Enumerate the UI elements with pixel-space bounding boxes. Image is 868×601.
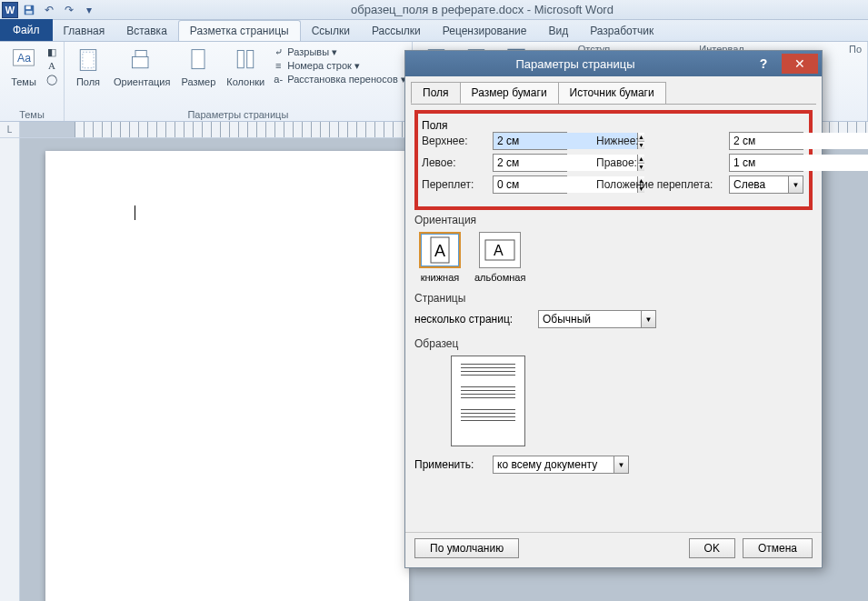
top-margin-input[interactable]: ▲▼ [493, 132, 567, 150]
margins-icon [74, 45, 103, 75]
right-margin-label: Правое: [596, 156, 723, 169]
ok-button[interactable]: OK [689, 538, 735, 558]
dialog-tabs: Поля Размер бумаги Источник бумаги [405, 76, 822, 104]
svg-rect-1 [26, 5, 31, 9]
svg-text:A: A [434, 242, 445, 260]
chevron-down-icon[interactable]: ▼ [614, 456, 628, 473]
cancel-button[interactable]: Отмена [743, 538, 813, 558]
margins-highlight-box: Поля Верхнее: ▲▼ Нижнее: ▲▼ Левое: ▲▼ Пр… [414, 110, 813, 210]
gutter-pos-combo[interactable]: Слева▼ [729, 175, 803, 194]
line-numbers-icon: ≡ [272, 59, 284, 72]
tab-review[interactable]: Рецензирование [432, 21, 538, 41]
default-button[interactable]: По умолчанию [414, 538, 519, 558]
breaks-button[interactable]: ⤶Разрывы ▾ [272, 45, 405, 58]
dialog-tab-paper[interactable]: Размер бумаги [460, 82, 559, 104]
dialog-titlebar[interactable]: Параметры страницы ? ✕ [405, 51, 822, 76]
svg-text:Aa: Aa [17, 52, 31, 65]
hyphenation-button[interactable]: a-Расстановка переносов ▾ [272, 73, 405, 85]
themes-icon: Aa [9, 45, 38, 75]
tab-page-layout[interactable]: Разметка страницы [178, 20, 301, 41]
top-margin-label: Верхнее: [422, 135, 487, 147]
orientation-button[interactable]: Ориентация [110, 44, 174, 89]
columns-icon [231, 45, 260, 75]
breaks-icon: ⤶ [272, 45, 284, 58]
gutter-pos-label: Положение переплета: [596, 178, 723, 191]
landscape-icon: A [479, 232, 521, 268]
close-button[interactable]: ✕ [782, 54, 818, 74]
gutter-input[interactable]: ▲▼ [493, 175, 567, 194]
preview-image [451, 356, 525, 446]
multi-pages-label: несколько страниц: [414, 313, 533, 326]
dialog-body: Поля Верхнее: ▲▼ Нижнее: ▲▼ Левое: ▲▼ Пр… [405, 105, 822, 483]
qat-dropdown-icon[interactable]: ▾ [80, 2, 98, 18]
multi-pages-combo[interactable]: Обычный▼ [538, 310, 656, 328]
document-title: образец_поля в реферате.docx - Microsoft… [98, 3, 866, 16]
apply-to-label: Применить: [414, 458, 487, 471]
left-margin-input[interactable]: ▲▼ [493, 154, 567, 172]
tab-references[interactable]: Ссылки [301, 21, 361, 41]
word-icon: W [2, 2, 18, 18]
line-numbers-button[interactable]: ≡Номера строк ▾ [272, 59, 405, 72]
title-bar: W ↶ ↷ ▾ образец_поля в реферате.docx - M… [0, 0, 868, 20]
ruler-corner: L [0, 122, 20, 137]
apply-to-combo[interactable]: ко всему документу▼ [493, 456, 629, 474]
document-page[interactable] [45, 151, 409, 601]
hyphenation-icon: a- [272, 73, 284, 85]
undo-icon[interactable]: ↶ [40, 2, 58, 18]
tab-mailings[interactable]: Рассылки [361, 21, 432, 41]
tab-file[interactable]: Файл [0, 19, 53, 41]
svg-rect-2 [26, 10, 33, 14]
theme-effects-icon[interactable]: ◯ [45, 73, 58, 85]
svg-rect-9 [192, 50, 205, 69]
svg-text:A: A [494, 243, 504, 258]
ribbon-extra: По [849, 44, 862, 55]
theme-colors-icon[interactable]: ◧ [45, 45, 58, 58]
margins-legend: Поля [422, 119, 805, 132]
svg-rect-10 [238, 51, 244, 68]
orientation-icon [127, 45, 156, 75]
columns-button[interactable]: Колонки [223, 44, 268, 89]
dialog-tab-source[interactable]: Источник бумаги [558, 82, 666, 104]
size-icon [184, 45, 213, 75]
right-margin-input[interactable]: ▲▼ [729, 154, 803, 172]
tab-developer[interactable]: Разработчик [579, 21, 664, 41]
dialog-title: Параметры страницы [405, 57, 745, 71]
margins-button[interactable]: Поля [70, 44, 106, 89]
portrait-option[interactable]: A книжная [414, 232, 465, 283]
portrait-icon: A [419, 232, 461, 268]
chevron-down-icon[interactable]: ▼ [788, 176, 803, 193]
svg-rect-11 [247, 51, 254, 68]
themes-button[interactable]: Aa Темы [5, 44, 42, 89]
theme-fonts-icon[interactable]: A [45, 59, 58, 72]
ribbon-tabs: Файл Главная Вставка Разметка страницы С… [0, 20, 868, 42]
size-button[interactable]: Размер [177, 44, 219, 89]
group-themes: Aa Темы ◧ A ◯ Темы [0, 42, 65, 121]
group-page-setup: Поля Ориентация Размер Колонки ⤶Разрывы … [65, 42, 413, 121]
ruler-vertical[interactable] [0, 138, 20, 601]
dialog-tab-margins[interactable]: Поля [411, 82, 461, 104]
save-icon[interactable] [20, 2, 38, 18]
tab-insert[interactable]: Вставка [115, 21, 178, 41]
landscape-option[interactable]: A альбомная [474, 232, 525, 283]
quick-access-toolbar: ↶ ↷ ▾ [20, 2, 98, 18]
tab-home[interactable]: Главная [53, 21, 116, 41]
help-button[interactable]: ? [745, 54, 782, 74]
bottom-margin-input[interactable]: ▲▼ [729, 132, 803, 150]
themes-extras: ◧ A ◯ [45, 45, 58, 85]
pages-section: Страницы несколько страниц: Обычный▼ [414, 292, 813, 328]
text-cursor [135, 205, 135, 220]
chevron-down-icon[interactable]: ▼ [641, 311, 655, 327]
page-setup-extras: ⤶Разрывы ▾ ≡Номера строк ▾ a-Расстановка… [272, 45, 405, 85]
gutter-label: Переплет: [422, 178, 487, 191]
dialog-footer: По умолчанию OK Отмена [405, 532, 822, 567]
page-setup-dialog: Параметры страницы ? ✕ Поля Размер бумаг… [404, 50, 823, 568]
preview-section: Образец [414, 337, 813, 446]
orientation-section: Ориентация A книжная A альбомная [414, 214, 813, 283]
left-margin-label: Левое: [422, 156, 487, 169]
svg-rect-8 [133, 57, 149, 68]
bottom-margin-label: Нижнее: [596, 135, 723, 147]
tab-view[interactable]: Вид [537, 21, 579, 41]
redo-icon[interactable]: ↷ [60, 2, 78, 18]
